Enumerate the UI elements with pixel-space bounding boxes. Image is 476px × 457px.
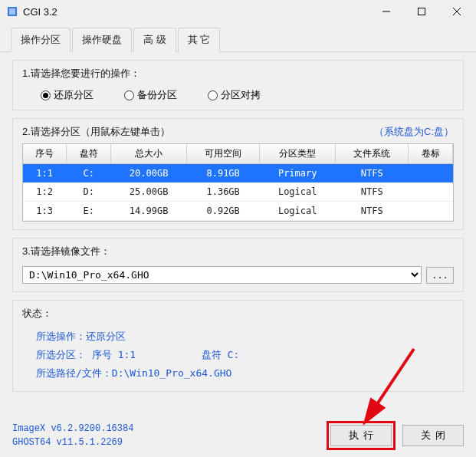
partition-table: 序号 盘符 总大小 可用空间 分区类型 文件系统 卷标 1:1 C: (22, 143, 454, 222)
radio-restore[interactable]: 还原分区 (41, 88, 94, 102)
tab-partition[interactable]: 操作分区 (11, 28, 71, 52)
table-row[interactable]: 1:2 D: 25.00GB 1.36GB Logical NTFS (23, 182, 453, 202)
image-file-group: 3.请选择镜像文件： D:\Win10_Pro_x64.GHO ... (12, 238, 464, 292)
table-row[interactable]: 1:1 C: 20.00GB 8.91GB Primary NTFS (23, 164, 453, 183)
status-path: 所选路径/文件：D:\Win10_Pro_x64.GHO (22, 365, 454, 383)
radio-icon (41, 90, 51, 100)
status-title: 状态： (22, 307, 454, 321)
sysdisk-hint: （系统盘为C:盘） (374, 125, 454, 139)
tab-other[interactable]: 其 它 (178, 28, 221, 52)
svg-rect-1 (9, 8, 15, 15)
radio-icon (208, 90, 218, 100)
operation-group: 1.请选择您要进行的操作： 还原分区 备份分区 分区对拷 (12, 60, 464, 110)
status-group: 状态： 所选操作：还原分区 所选分区： 序号 1:1 盘符 C: 所选路径/文件… (12, 300, 464, 392)
ghost-version: GHOST64 v11.5.1.2269 (12, 436, 133, 449)
window-title: CGI 3.2 (23, 6, 369, 18)
col-no[interactable]: 序号 (23, 144, 67, 164)
radio-icon (124, 90, 134, 100)
tab-bar: 操作分区 操作硬盘 高 级 其 它 (0, 23, 476, 52)
col-total[interactable]: 总大小 (111, 144, 187, 164)
partition-group: 2.请选择分区（用鼠标左键单击） （系统盘为C:盘） 序号 盘符 总大小 可用空… (12, 118, 464, 230)
col-label[interactable]: 卷标 (409, 144, 453, 164)
radio-backup-label: 备份分区 (137, 88, 177, 102)
table-row[interactable]: 1:3 E: 14.99GB 0.92GB Logical NTFS (23, 202, 453, 221)
col-ptype[interactable]: 分区类型 (260, 144, 336, 164)
status-partition: 所选分区： 序号 1:1 盘符 C: (22, 347, 454, 365)
radio-restore-label: 还原分区 (54, 88, 94, 102)
col-free[interactable]: 可用空间 (187, 144, 260, 164)
browse-button[interactable]: ... (426, 267, 454, 284)
radio-backup[interactable]: 备份分区 (124, 88, 177, 102)
close-button[interactable]: 关闭 (402, 425, 464, 446)
execute-button[interactable]: 执行 (330, 425, 392, 446)
tab-disk[interactable]: 操作硬盘 (72, 28, 132, 52)
operation-title: 1.请选择您要进行的操作： (22, 67, 454, 81)
image-path-select[interactable]: D:\Win10_Pro_x64.GHO (22, 266, 422, 284)
titlebar: CGI 3.2 (0, 0, 476, 23)
radio-copy-label: 分区对拷 (221, 88, 261, 102)
col-fs[interactable]: 文件系统 (336, 144, 409, 164)
status-operation: 所选操作：还原分区 (22, 328, 454, 347)
tab-advanced[interactable]: 高 级 (133, 28, 176, 52)
close-window-button[interactable] (439, 0, 474, 23)
radio-copy[interactable]: 分区对拷 (208, 88, 261, 102)
partition-title: 2.请选择分区（用鼠标左键单击） (22, 125, 170, 139)
version-info: ImageX v6.2.9200.16384 GHOST64 v11.5.1.2… (12, 422, 133, 449)
maximize-button[interactable] (404, 0, 439, 23)
col-drive[interactable]: 盘符 (67, 144, 111, 164)
svg-rect-3 (419, 8, 425, 15)
minimize-button[interactable] (369, 0, 404, 23)
image-file-title: 3.请选择镜像文件： (22, 245, 454, 258)
imagex-version: ImageX v6.2.9200.16384 (12, 422, 133, 436)
app-icon (6, 5, 18, 18)
